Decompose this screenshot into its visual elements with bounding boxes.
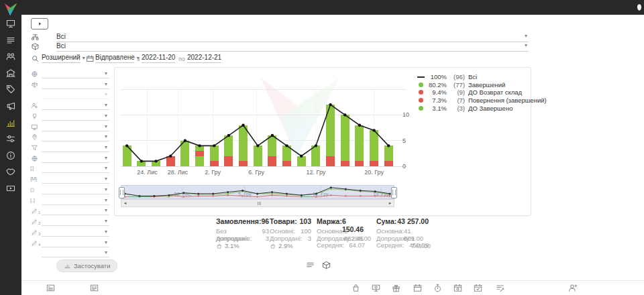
bar-segment[interactable]	[355, 161, 364, 166]
filter-dropdown[interactable]: ▾	[42, 133, 109, 141]
assistant-icon[interactable]	[635, 3, 644, 12]
search-mode-select[interactable]: Розширений▾	[42, 54, 80, 63]
sidebar-item-customers[interactable]	[5, 51, 16, 62]
navigator-scrollbar[interactable]: ◂ ▸	[121, 199, 394, 207]
bar-segment[interactable]	[224, 156, 233, 166]
line-point[interactable]	[227, 134, 230, 137]
sidebar-item-settings[interactable]	[5, 133, 16, 144]
app-logo-icon[interactable]	[2, 1, 19, 17]
calendar-check-icon[interactable]	[473, 283, 483, 293]
bar-segment[interactable]	[326, 156, 335, 166]
calendar-cash-icon[interactable]	[453, 283, 463, 293]
filter-dropdown[interactable]: ▾	[42, 70, 109, 78]
view-list-toggle[interactable]	[305, 260, 315, 270]
legend-item[interactable]: 80.2%(77)Завершений	[416, 81, 547, 89]
sidebar-item-marketing[interactable]	[5, 101, 16, 111]
filter-dropdown[interactable]: ▾	[42, 186, 109, 194]
product-select[interactable]: Всі ▾	[56, 42, 529, 52]
filter-dropdown[interactable]: ▾	[42, 123, 109, 131]
view-product-toggle[interactable]	[321, 260, 331, 270]
basket-icon[interactable]	[351, 283, 361, 293]
scroll-right-arrow-icon[interactable]: ▸	[386, 200, 394, 206]
date-field-select[interactable]: Відправлене▾	[95, 54, 134, 63]
line-point[interactable]	[154, 160, 157, 162]
filter-dropdown[interactable]: ▾	[42, 175, 109, 184]
video-help-button[interactable]	[31, 18, 48, 30]
bar-segment[interactable]	[282, 161, 291, 166]
bar-segment[interactable]	[370, 130, 378, 161]
bar-segment[interactable]	[239, 125, 248, 162]
filter-dropdown[interactable]: ▾	[42, 91, 109, 99]
filter-dropdown[interactable]: ▾	[42, 249, 109, 257]
bar-segment[interactable]	[224, 135, 233, 156]
bar-segment[interactable]	[210, 161, 219, 166]
bar-segment[interactable]	[239, 161, 248, 166]
legend-item[interactable]: 9.4%(9)ДО Возврат склад	[416, 88, 547, 97]
filter-dropdown[interactable]: ▾	[42, 154, 109, 163]
line-point[interactable]	[387, 144, 390, 147]
line-point[interactable]	[140, 160, 143, 162]
calendar-icon[interactable]	[413, 283, 423, 293]
orders-id-icon[interactable]	[46, 283, 56, 293]
filter-dropdown[interactable]: ▾	[42, 164, 109, 173]
sidebar-item-orders[interactable]	[5, 35, 16, 46]
filter-dropdown[interactable]: ▾	[42, 101, 109, 110]
gift-icon[interactable]	[391, 283, 401, 293]
sidebar-item-video[interactable]	[5, 183, 16, 194]
person-add-icon[interactable]	[568, 283, 578, 293]
line-point[interactable]	[358, 124, 361, 127]
filter-dropdown[interactable]: ▾	[42, 196, 109, 205]
legend-item[interactable]: 3.1%(3)ДО Завершено	[416, 104, 547, 112]
filter-dropdown[interactable]: ▾	[42, 228, 109, 237]
bar-segment[interactable]	[370, 161, 378, 166]
navigator-right-handle[interactable]	[391, 187, 397, 198]
scrollbar-grip[interactable]	[258, 202, 261, 205]
line-point[interactable]	[213, 144, 215, 147]
line-point[interactable]	[256, 144, 259, 147]
date-from-input[interactable]: 2022-11-20	[142, 54, 175, 63]
line-point[interactable]	[343, 113, 346, 116]
bar-segment[interactable]	[268, 156, 276, 166]
bar-segment[interactable]	[384, 161, 393, 166]
bar-segment[interactable]	[195, 151, 204, 156]
line-point[interactable]	[315, 144, 317, 147]
line-point[interactable]	[169, 154, 172, 157]
bar-segment[interactable]	[254, 145, 262, 166]
line-point[interactable]	[125, 144, 128, 147]
filter-dropdown[interactable]: ▾	[42, 143, 109, 152]
bar-segment[interactable]	[341, 115, 350, 161]
bar-segment[interactable]	[297, 156, 306, 166]
sidebar-item-warehouse[interactable]	[5, 68, 16, 78]
filter-dropdown[interactable]: ▾	[42, 80, 109, 89]
sidebar-item-info[interactable]	[5, 150, 16, 161]
filter-dropdown[interactable]: ▾	[42, 112, 109, 121]
legend-item[interactable]: 7.3%(7)Повернення (завершений)	[416, 97, 547, 105]
bar-segment[interactable]	[384, 145, 393, 161]
sidebar-item-analytics[interactable]	[5, 117, 16, 128]
scroll-left-arrow-icon[interactable]: ◂	[121, 200, 129, 206]
line-point[interactable]	[198, 144, 201, 147]
line-point[interactable]	[184, 139, 186, 142]
bar-segment[interactable]	[195, 156, 204, 166]
scope-select[interactable]: Всі ▾	[56, 33, 529, 42]
bar-segment[interactable]	[311, 145, 320, 166]
chart-navigator[interactable]: 28. Лис5. Гру12. Гру19. Гру	[121, 185, 394, 199]
line-point[interactable]	[329, 103, 331, 106]
filter-dropdown[interactable]: ▾	[42, 217, 109, 226]
bar-segment[interactable]	[268, 135, 276, 156]
line-point[interactable]	[271, 134, 274, 137]
bar-segment[interactable]	[341, 161, 350, 166]
bar-segment[interactable]	[210, 145, 219, 161]
orders-id2-icon[interactable]	[89, 283, 99, 293]
timer-icon[interactable]	[433, 283, 443, 293]
pos-monitor-icon[interactable]	[371, 283, 381, 293]
bar-segment[interactable]	[355, 125, 364, 162]
filter-dropdown[interactable]: ▾	[42, 206, 109, 215]
sidebar-item-dashboard[interactable]	[5, 18, 16, 29]
line-point[interactable]	[285, 144, 288, 147]
date-to-input[interactable]: 2022-12-21	[187, 54, 221, 63]
sidebar-item-partners[interactable]	[5, 166, 16, 177]
line-point[interactable]	[241, 124, 244, 127]
apply-button[interactable]: Застосувати	[56, 259, 117, 272]
report-icon[interactable]	[495, 283, 505, 293]
